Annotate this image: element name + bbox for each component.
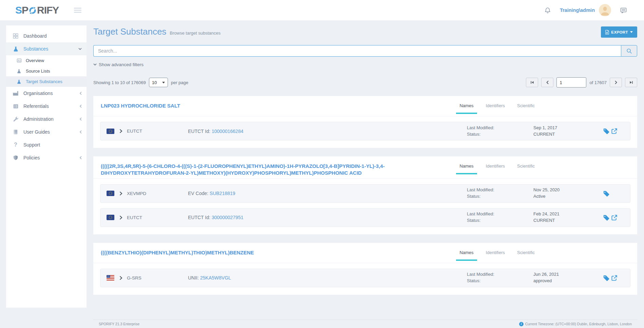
tab-identifiers[interactable]: Identifiers bbox=[482, 249, 508, 261]
last-page-button[interactable] bbox=[625, 78, 637, 87]
last-modified-label: Last Modified: bbox=[467, 211, 533, 217]
avatar[interactable] bbox=[599, 4, 611, 16]
list-icon bbox=[12, 103, 19, 109]
tab-names[interactable]: Names bbox=[456, 163, 477, 174]
chevron-left-icon bbox=[79, 104, 82, 108]
caret-down-icon bbox=[630, 31, 633, 33]
sidebar-item-label: Administration bbox=[23, 116, 54, 122]
notifications-bell-icon[interactable] bbox=[544, 7, 551, 14]
sidebar-item-label: Organisations bbox=[23, 91, 53, 96]
chevron-right-icon[interactable] bbox=[119, 129, 122, 133]
identifier-link[interactable]: SUB218819 bbox=[210, 191, 235, 196]
substance-title[interactable]: LNP023 HYDROCHLORIDE SALT bbox=[100, 102, 180, 109]
status-value: Active bbox=[533, 193, 603, 200]
sidebar-item-support[interactable]: ? Support bbox=[6, 138, 87, 151]
tab-identifiers[interactable]: Identifiers bbox=[482, 102, 508, 114]
tag-icon[interactable] bbox=[603, 275, 609, 281]
tab-scientific[interactable]: Scientific bbox=[514, 249, 538, 261]
status-label: Status: bbox=[467, 217, 533, 224]
sporify-logo[interactable]: SP RIFY bbox=[15, 4, 59, 16]
card-tabs: Names Identifiers Scientific bbox=[456, 249, 538, 261]
source-name: G-SRS bbox=[127, 275, 141, 281]
tag-icon[interactable] bbox=[603, 128, 609, 134]
hamburger-menu-icon[interactable] bbox=[74, 8, 81, 13]
logo-letter-s: S bbox=[15, 4, 22, 16]
search-icon bbox=[626, 48, 632, 54]
footer: SPORIFY 21.3 Enterprise i Current Timezo… bbox=[93, 320, 637, 328]
logo-sync-o-icon bbox=[29, 6, 37, 15]
sidebar-item-dashboard[interactable]: Dashboard bbox=[6, 30, 87, 42]
status-label: Status: bbox=[467, 131, 533, 138]
tab-scientific[interactable]: Scientific bbox=[514, 102, 538, 114]
page-number-input[interactable] bbox=[556, 77, 586, 88]
footer-version: SPORIFY 21.3 Enterprise bbox=[99, 322, 139, 326]
sidebar-item-policies[interactable]: Policies bbox=[6, 151, 87, 164]
per-page-select[interactable]: 10 bbox=[149, 78, 168, 87]
previous-page-button[interactable] bbox=[541, 78, 553, 87]
last-modified-value: Feb 24, 2021 bbox=[533, 211, 603, 217]
user-menu[interactable]: Training\admin bbox=[560, 7, 595, 13]
chevron-right-icon[interactable] bbox=[119, 215, 122, 220]
substance-card: LNP023 HYDROCHLORIDE SALT Names Identifi… bbox=[93, 96, 637, 148]
identifier-label: EUTCT Id: bbox=[188, 129, 210, 134]
status-value: CURRENT bbox=[533, 217, 603, 224]
last-modified-value: Jun 26, 2021 bbox=[533, 271, 603, 278]
search-button[interactable] bbox=[621, 45, 637, 57]
chevron-down-icon bbox=[78, 48, 82, 50]
logo-letters-rify: RIFY bbox=[37, 4, 59, 16]
source-row: XEVMPD EV Code: SUB218819 Last Modified:… bbox=[100, 184, 630, 203]
shield-icon bbox=[12, 155, 19, 160]
chat-icon[interactable] bbox=[620, 7, 627, 14]
source-row: EUTCT EUTCT Id: 300000027951 Last Modifi… bbox=[100, 208, 630, 227]
sidebar-item-user-guides[interactable]: User Guides bbox=[6, 126, 87, 138]
flask-icon bbox=[16, 69, 22, 74]
external-link-icon[interactable] bbox=[611, 275, 618, 281]
sidebar-item-source-lists[interactable]: Source Lists bbox=[6, 66, 87, 76]
tag-icon[interactable] bbox=[603, 190, 609, 197]
search-input[interactable] bbox=[93, 45, 621, 57]
tab-names[interactable]: Names bbox=[456, 102, 477, 114]
sidebar-item-label: Policies bbox=[23, 155, 40, 160]
eu-flag-icon bbox=[107, 215, 114, 220]
info-icon: i bbox=[519, 322, 524, 326]
next-page-button[interactable] bbox=[610, 78, 622, 87]
export-file-icon bbox=[605, 30, 609, 35]
wrench-icon bbox=[12, 116, 19, 122]
external-link-icon[interactable] bbox=[611, 128, 618, 134]
sidebar-item-substances[interactable]: Substances bbox=[6, 42, 87, 55]
last-page-icon bbox=[629, 80, 633, 84]
sidebar-item-target-substances[interactable]: Target Substances bbox=[6, 76, 87, 87]
chevron-right-icon[interactable] bbox=[119, 191, 122, 196]
tab-identifiers[interactable]: Identifiers bbox=[482, 163, 508, 174]
sidebar-item-organisations[interactable]: Organisations bbox=[6, 87, 87, 100]
substance-title[interactable]: ((((BENZYLTHIO)(DIPHENYL)METHYL)THIO)MET… bbox=[100, 249, 254, 256]
status-value: approved bbox=[533, 278, 603, 284]
tag-icon[interactable] bbox=[603, 214, 609, 221]
identifier-link[interactable]: 300000027951 bbox=[212, 215, 243, 220]
chevron-left-icon bbox=[546, 80, 549, 84]
last-modified-label: Last Modified: bbox=[467, 271, 533, 278]
source-name: EUTCT bbox=[127, 215, 142, 220]
status-value: CURRENT bbox=[533, 131, 603, 138]
show-advanced-filters-toggle[interactable]: Show advanced filters bbox=[93, 62, 637, 67]
tab-scientific[interactable]: Scientific bbox=[514, 163, 538, 174]
card-tabs: Names Identifiers Scientific bbox=[456, 163, 538, 174]
first-page-button[interactable] bbox=[526, 78, 538, 87]
footer-timezone: Current Timezone: (UTC+00:00) Dublin, Ed… bbox=[525, 322, 632, 326]
identifier-link[interactable]: 25KA5W8VGL bbox=[200, 275, 231, 281]
identifier-link[interactable]: 100000166284 bbox=[212, 129, 243, 134]
tab-names[interactable]: Names bbox=[456, 249, 477, 261]
sidebar-item-overview[interactable]: Overview bbox=[6, 55, 87, 66]
card-tabs: Names Identifiers Scientific bbox=[456, 102, 538, 114]
chevron-right-icon[interactable] bbox=[119, 276, 122, 280]
sidebar-item-administration[interactable]: Administration bbox=[6, 113, 87, 126]
sidebar-item-label: Target Substances bbox=[26, 79, 62, 84]
export-button[interactable]: EXPORT bbox=[601, 26, 637, 38]
page-count-label: of 17607 bbox=[589, 80, 607, 85]
page-title: Target Substances bbox=[93, 26, 166, 37]
substance-title[interactable]: (((((2R,3S,4R,5R)-5-(6-CHLORO-4-(((S)-1-… bbox=[100, 163, 444, 176]
sidebar-item-referentials[interactable]: Referentials bbox=[6, 100, 87, 113]
external-link-icon[interactable] bbox=[611, 214, 618, 221]
last-modified-value: Sep 1, 2017 bbox=[533, 125, 603, 131]
showing-summary: Showing 1 to 10 of 176069 bbox=[93, 80, 146, 85]
